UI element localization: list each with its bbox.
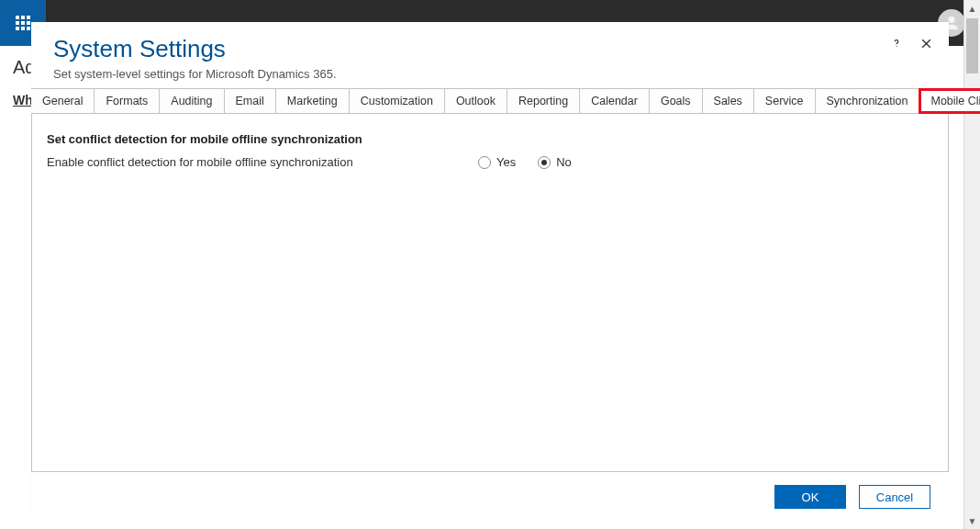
dialog-subtitle: Set system-level settings for Microsoft … — [53, 67, 927, 81]
radio-yes-label: Yes — [496, 155, 516, 169]
tab-general[interactable]: General — [31, 89, 95, 113]
radio-outer — [478, 156, 491, 169]
ok-button[interactable]: OK — [774, 485, 846, 509]
dialog-header: System Settings Set system-level setting… — [31, 22, 949, 88]
dialog-title: System Settings — [53, 35, 927, 63]
tab-email[interactable]: Email — [225, 89, 276, 113]
svg-rect-5 — [27, 21, 30, 25]
field-row: Enable conflict detection for mobile off… — [47, 155, 933, 169]
svg-rect-3 — [16, 21, 19, 25]
tab-goals[interactable]: Goals — [650, 89, 703, 113]
radio-group: Yes No — [478, 155, 572, 169]
tab-formats[interactable]: Formats — [95, 89, 160, 113]
section-title: Set conflict detection for mobile offlin… — [47, 132, 933, 146]
radio-yes[interactable]: Yes — [478, 155, 516, 169]
radio-dot — [541, 160, 547, 165]
tab-reporting[interactable]: Reporting — [507, 89, 580, 113]
svg-rect-1 — [21, 16, 25, 19]
help-icon[interactable] — [888, 35, 905, 51]
svg-rect-2 — [27, 16, 30, 19]
scroll-thumb[interactable] — [966, 18, 978, 73]
svg-rect-4 — [21, 21, 25, 25]
tab-outlook[interactable]: Outlook — [445, 89, 507, 113]
tab-auditing[interactable]: Auditing — [160, 89, 224, 113]
svg-point-9 — [948, 17, 954, 23]
close-icon[interactable] — [918, 35, 934, 51]
system-settings-dialog: System Settings Set system-level setting… — [31, 22, 949, 516]
dialog-content: Set conflict detection for mobile offlin… — [31, 114, 949, 472]
dialog-footer: OK Cancel — [31, 472, 949, 516]
page-scrollbar[interactable]: ▲ ▼ — [963, 0, 980, 529]
radio-no[interactable]: No — [538, 155, 572, 169]
tab-service[interactable]: Service — [754, 89, 816, 113]
tab-calendar[interactable]: Calendar — [580, 89, 650, 113]
svg-rect-7 — [21, 27, 25, 30]
tab-synchronization[interactable]: Synchronization — [816, 89, 920, 113]
tab-customization[interactable]: Customization — [350, 89, 445, 113]
tab-mobile-client[interactable]: Mobile Client — [919, 89, 980, 113]
scroll-up-icon[interactable]: ▲ — [964, 0, 980, 17]
dialog-tabs: GeneralFormatsAuditingEmailMarketingCust… — [31, 88, 949, 114]
svg-rect-0 — [16, 16, 19, 19]
field-label: Enable conflict detection for mobile off… — [47, 155, 451, 169]
tab-sales[interactable]: Sales — [703, 89, 754, 113]
svg-point-10 — [896, 46, 896, 47]
radio-no-label: No — [556, 155, 572, 169]
svg-rect-6 — [16, 27, 19, 30]
svg-rect-8 — [27, 27, 30, 30]
radio-outer — [538, 156, 551, 169]
tab-marketing[interactable]: Marketing — [276, 89, 350, 113]
scroll-down-icon[interactable]: ▼ — [964, 512, 980, 529]
cancel-button[interactable]: Cancel — [859, 485, 930, 509]
